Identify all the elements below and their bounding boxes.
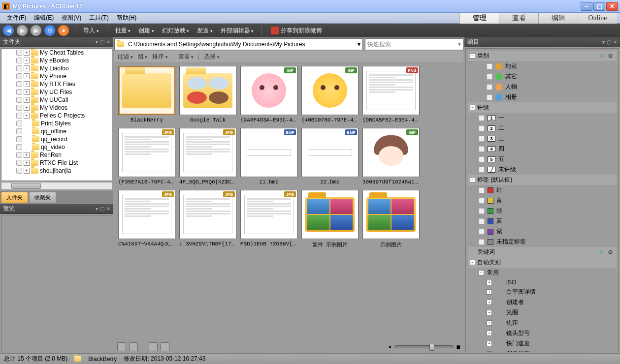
checkbox-icon[interactable] [16,73,22,79]
thumbnail-item[interactable]: GIF{40BC0760-797E-4... [301,66,359,123]
catalog-body[interactable]: −类别✚⚙地点其它人物相册−评级1一2二3三4四5五╱未评级−标签 (默认值)红… [465,48,619,352]
checkbox-icon[interactable] [16,89,22,95]
toolbar-send[interactable]: 发送 [194,27,216,35]
expand-icon[interactable]: + [24,58,30,63]
thumbnail-item[interactable]: BlackBerry [118,66,175,123]
tree-item[interactable]: +RenRen [1,151,112,159]
checkbox-icon[interactable] [16,65,22,71]
thumbnail-grid[interactable]: BlackBerryGoogle TalkGIF{9A8F4D3A-E93C-4… [114,62,463,341]
menu-help[interactable]: 帮助(H) [113,13,141,23]
path-box[interactable]: C:\Documents and Settings\wanghuihui\My … [114,38,363,50]
select-dropdown[interactable]: 选择 [204,53,220,61]
checkbox-icon[interactable] [16,113,22,119]
checkbox-icon[interactable] [16,144,22,150]
expand-icon[interactable]: + [24,81,30,87]
search-box[interactable]: 快速搜索 ▾ [365,38,463,50]
menu-tools[interactable]: 工具(T) [85,13,112,23]
autocat-item[interactable]: +·····镜头型号 [468,328,617,338]
tree-scrollbar[interactable] [1,182,112,190]
thumbnail-item[interactable]: JPGM$D)1EOB`7ZOBNV[... [240,190,297,248]
zoom-slider[interactable] [394,345,454,348]
tree-item[interactable]: qq_record [1,135,112,143]
sort-dropdown[interactable]: 排序 [152,53,168,61]
nav-home-button[interactable]: ⊙ [44,25,55,36]
tree-item[interactable]: +My Cheat Tables [1,49,112,57]
category-item[interactable]: 地点 [468,61,617,71]
expand-icon[interactable]: + [24,97,30,103]
zoom-in-icon[interactable]: ■ [457,343,460,351]
tree-item[interactable]: +My RTX Files [1,80,112,88]
section-header[interactable]: −评级 [468,102,617,113]
rotate-right-button[interactable] [129,342,138,351]
expand-icon[interactable]: + [24,113,30,119]
tag-item[interactable]: 绿 [468,206,617,216]
view-dropdown[interactable]: 查看 [178,53,194,61]
expand-icon[interactable]: + [24,168,30,174]
toolbar-share[interactable]: 分享到新浪微博 [271,27,322,35]
toolbar-external[interactable]: 外部编辑器 [218,27,257,35]
thumbnail-item[interactable]: JPGL`3VHZ9V1TN8F{17... [179,190,236,248]
expand-icon[interactable]: + [24,50,30,56]
toolbar-batch[interactable]: 批量 [112,27,134,35]
autocat-item[interactable]: +·····快门速度 [468,338,617,349]
group-dropdown[interactable]: 组 [138,53,148,61]
menu-edit[interactable]: 编辑(E) [30,13,58,23]
thumbnail-item[interactable]: JPGC%41KXT~VK4A4QJL... [118,190,175,248]
checkbox-icon[interactable] [16,152,22,158]
minimize-button[interactable]: – [581,2,592,11]
view-list-button[interactable] [161,342,169,351]
checkbox-icon[interactable] [16,97,22,103]
autocat-group[interactable]: −常用 [468,268,617,278]
expand-icon[interactable]: + [24,152,30,158]
checkbox-icon[interactable] [16,136,22,142]
autocat-item[interactable]: +·····创建者 [468,297,617,307]
thumbnail-item[interactable]: 复件 示例图片 [301,190,359,248]
checkbox-icon[interactable] [16,105,22,111]
tree-item[interactable]: +RTXC File List [1,159,112,167]
tag-item[interactable]: 蓝 [468,216,617,226]
tag-item[interactable]: 红 [468,185,617,195]
rating-item[interactable]: 2二 [468,123,617,133]
tree-item[interactable]: qq_video [1,143,112,151]
rotate-left-button[interactable] [117,342,126,351]
rating-item[interactable]: 1一 [468,113,617,123]
modetab-view[interactable]: 查看 [499,13,538,24]
autocat-item[interactable]: +·····焦距 [468,318,617,328]
rating-item[interactable]: 3三 [468,133,617,144]
thumbnail-item[interactable]: BMP22.bmp [301,128,359,185]
lefttab-folders[interactable]: 文件夹 [1,192,28,203]
thumbnail-item[interactable]: Google Talk [179,66,236,123]
modetab-online[interactable]: Online [578,13,617,24]
section-header[interactable]: 关键词✚⚙ [468,247,617,257]
modetab-edit[interactable]: 编辑 [538,13,578,24]
category-item[interactable]: 人物 [468,82,617,92]
tree-item[interactable]: +shoujibanjia [1,167,112,175]
thumbnail-item[interactable]: JPG4F_5QO_PRQ6{KZ$C... [179,128,236,185]
menu-view[interactable]: 视图(V) [58,13,85,23]
menu-file[interactable]: 文件(F) [3,13,30,23]
expand-icon[interactable]: + [24,73,30,79]
toolbar-slideshow[interactable]: 幻灯放映 [159,27,193,35]
rating-item[interactable]: 5五 [468,154,617,164]
checkbox-icon[interactable] [16,168,22,174]
expand-icon[interactable]: + [24,89,30,95]
section-header[interactable]: −类别✚⚙ [468,51,617,61]
thumbnail-item[interactable]: PNG{DBCA5F82-E3E4-4... [362,66,420,123]
tree-item[interactable]: +Pelles C Projects [1,112,112,120]
tree-item[interactable]: +My Videos [1,104,112,112]
nav-forward-button[interactable]: ▶ [17,25,28,36]
nav-back-button[interactable]: ◀ [3,25,14,36]
filter-dropdown[interactable]: 过滤 [117,53,133,61]
zoom-out-icon[interactable]: ▪ [389,343,392,351]
tag-item[interactable]: 紫 [468,226,617,237]
tree-item[interactable]: +My Phone [1,72,112,80]
rating-item[interactable]: 4四 [468,144,617,154]
tree-item[interactable]: qq_offline [1,127,112,135]
lefttab-favorites[interactable]: 收藏夹 [29,192,56,203]
nav-stop-button[interactable]: ● [58,25,69,36]
view-thumbs-button[interactable] [149,342,158,351]
maximize-button[interactable]: ▢ [593,2,605,11]
category-item[interactable]: 其它 [468,71,617,82]
thumbnail-item[interactable]: GIF300397d9f18248a1... [362,128,420,185]
autocat-item[interactable]: +·····图像类型 [468,349,617,352]
